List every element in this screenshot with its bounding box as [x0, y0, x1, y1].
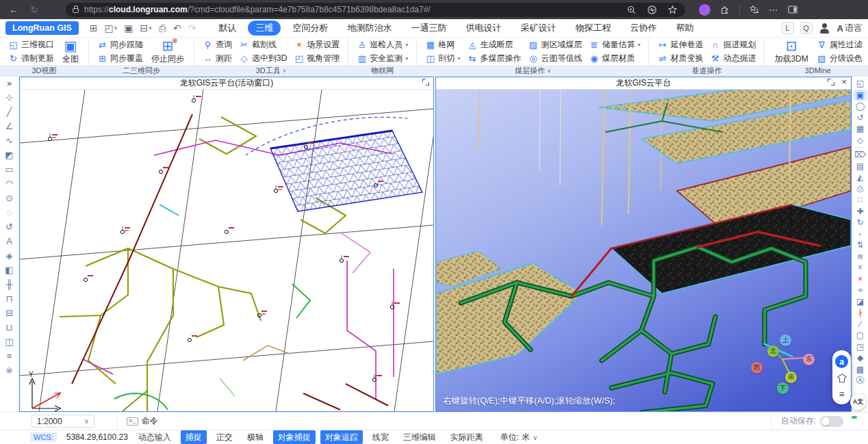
letter-q-button[interactable]: Q	[800, 22, 813, 34]
status-toggle-1[interactable]: 捕捉	[181, 430, 207, 444]
hatch-fill-tool[interactable]: ▩	[854, 364, 867, 376]
free-move-tool-tool[interactable]: ※	[3, 363, 16, 378]
sync-overlay-button[interactable]: ⊞同步覆盖	[95, 52, 145, 65]
extend-tunnel-button[interactable]: ↦延伸巷道	[655, 38, 705, 51]
browser-back-button[interactable]: ←	[5, 4, 22, 15]
rotate-text-tool[interactable]: Ⓐ	[854, 375, 867, 387]
line-tool-tool[interactable]: ╱	[3, 105, 16, 119]
scene-settings-button[interactable]: ✶场景设置	[292, 38, 342, 51]
query-button[interactable]: ⚲查询	[201, 38, 234, 51]
map-view-tool[interactable]: ▦	[854, 123, 867, 135]
select-to-3d-button[interactable]: ◇选中到3D	[237, 52, 289, 65]
section-cut-button[interactable]: ◫剖切▾	[423, 52, 462, 65]
status-toggle-0[interactable]: 动态输入	[133, 430, 176, 444]
save-file-button[interactable]: ▣	[121, 23, 136, 34]
hatch-tool-tool[interactable]: ◈	[3, 248, 16, 263]
distribute-tool[interactable]: ⇅	[854, 239, 867, 251]
grade-color-button[interactable]: ▧分级设色	[815, 52, 865, 65]
map-canvas-2d[interactable]: Y	[20, 90, 433, 411]
rect-nodes-tool[interactable]: ◳	[854, 341, 867, 353]
viewport-3d-tool[interactable]: ◱	[854, 78, 867, 90]
close-3d-icon[interactable]: ×	[841, 79, 847, 86]
full-extent-button[interactable]: ▣全图	[59, 39, 82, 65]
distribute-v-tool-tool[interactable]: ≡	[3, 349, 16, 363]
rotate-tool[interactable]: ↻	[854, 217, 867, 228]
gizmo-node-2[interactable]: 东	[803, 354, 815, 365]
theme-shirt-icon[interactable]	[836, 373, 848, 384]
new-drawing-button[interactable]: ⊟▾	[138, 23, 155, 34]
seam-material-button[interactable]: ◉煤层材质	[587, 52, 642, 65]
ellipse-tool-tool[interactable]: ◌	[3, 205, 16, 220]
status-toggle-2[interactable]: 正交	[212, 430, 238, 444]
print-button[interactable]: ⎙	[156, 23, 169, 34]
favorite-star-icon[interactable]	[666, 3, 678, 16]
scale-select[interactable]: 1:2000 ∨	[31, 415, 94, 428]
safety-monitor-button[interactable]: ▥安全监测▾	[355, 52, 410, 65]
text-tool-tool[interactable]: A	[3, 234, 16, 248]
reserve-estimate-button[interactable]: ≣储量估算▾	[587, 38, 642, 51]
brand-button[interactable]: LongRuan GIS	[5, 21, 79, 35]
sidebar-toggle-icon[interactable]	[787, 3, 799, 16]
align-left-tool-tool[interactable]: ◧	[3, 263, 16, 277]
full-extent-tool[interactable]: ▣	[854, 90, 867, 101]
inspection-staff-button[interactable]: ♙巡检人员▾	[355, 38, 410, 51]
box-3d-tool[interactable]: ◇	[854, 135, 867, 146]
circle-tool-tool[interactable]: ⊙	[3, 191, 16, 205]
material-swap-button[interactable]: ⇌材质变换	[655, 52, 705, 65]
browser-more-button[interactable]: ⋯	[769, 5, 778, 15]
rect-node-tool[interactable]: ▢	[854, 330, 867, 341]
unit-select[interactable]: 单位: 米 ∨	[500, 432, 538, 443]
contour-cloud-button[interactable]: ◎云图等值线	[526, 52, 584, 65]
point-tool-tool[interactable]: ⊹	[3, 90, 16, 105]
force-refresh-button[interactable]: ↻强制更新	[6, 52, 56, 65]
sync-follow-button[interactable]: ⇄同步跟随	[95, 38, 145, 51]
view3d-canvas[interactable]: 上北东西南下 右键旋转(Q/E);中键平移(A/D);滚轮缩放(W/S);	[436, 90, 851, 411]
command-button[interactable]: >_ 命令	[116, 413, 158, 430]
menu-tab-0[interactable]: 默认	[211, 21, 244, 36]
stop-sync-button[interactable]: ⊞⊗停止同步	[148, 39, 188, 65]
maximize-2d-icon[interactable]	[422, 79, 429, 86]
align-center-tool-tool[interactable]: ╫	[3, 277, 16, 291]
undo-button[interactable]: ↶	[170, 23, 184, 34]
viewport-3d-button[interactable]: ◱三维视口	[6, 38, 56, 51]
spring-tool[interactable]: ≋	[854, 251, 867, 263]
align-top-tool-tool[interactable]: ⊓	[3, 291, 16, 306]
break-line-tool[interactable]: ∤	[854, 307, 867, 319]
node-probe-tool[interactable]: ∻	[854, 285, 867, 296]
new-file-button[interactable]: ⊞	[87, 23, 101, 34]
language-switch[interactable]: A语言	[837, 22, 863, 34]
stamp-tool[interactable]: ⎙	[854, 183, 867, 195]
open-file-button[interactable]: ◰▾	[102, 23, 120, 34]
attribute-filter-button[interactable]: ∇属性过滤	[815, 38, 865, 51]
array-tool[interactable]: ∷	[854, 194, 867, 206]
clip-region-tool[interactable]: ◪	[854, 296, 867, 308]
status-toggle-4[interactable]: 对象捕捉	[273, 430, 316, 444]
browser-essentials-icon[interactable]	[646, 3, 658, 16]
polygon-tool-tool[interactable]: ◩	[3, 148, 16, 162]
revision-arc-tool-tool[interactable]: ↺	[3, 220, 16, 234]
dynamic-heading-button[interactable]: ⚒动态掘进	[708, 52, 758, 65]
menu-tab-6[interactable]: 采矿设计	[513, 21, 563, 36]
menu-tab-4[interactable]: 一通三防	[403, 21, 454, 36]
extension-brain-icon[interactable]	[699, 4, 711, 16]
dashed-rect-tool[interactable]: ▫	[854, 228, 867, 240]
force-refresh-tool[interactable]: ◯	[854, 101, 867, 112]
generate-fault-button[interactable]: ◬生成断层	[465, 38, 523, 51]
sync-follow-tool[interactable]: ↺	[854, 112, 867, 124]
gizmo-node-3[interactable]: 西	[751, 362, 763, 374]
redo-button[interactable]: ↷	[186, 23, 199, 34]
trim-tool[interactable]: ∕	[854, 319, 867, 330]
multi-seam-ops-button[interactable]: ⇆多煤层操作	[465, 52, 523, 65]
extensions-puzzle-icon[interactable]	[719, 3, 731, 16]
menu-tab-7[interactable]: 物探工程	[567, 21, 618, 36]
status-toggle-8[interactable]: 实际距离	[446, 430, 488, 444]
menu-tab-9[interactable]: 帮助	[668, 21, 701, 36]
mirror-tool[interactable]: ◭	[854, 172, 867, 183]
address-bar[interactable]: https://cloud.longruan.com/?cmd=cloudfil…	[66, 3, 685, 17]
heading-plan-button[interactable]: ∩掘进规划	[708, 38, 758, 51]
collections-icon[interactable]	[748, 3, 761, 16]
letter-l-button[interactable]: L	[782, 22, 794, 34]
status-toggle-6[interactable]: 线宽	[368, 430, 394, 444]
view-manager-button[interactable]: ◰视角管理	[292, 52, 342, 65]
orientation-gizmo[interactable]: 上北东西南下	[747, 332, 815, 393]
